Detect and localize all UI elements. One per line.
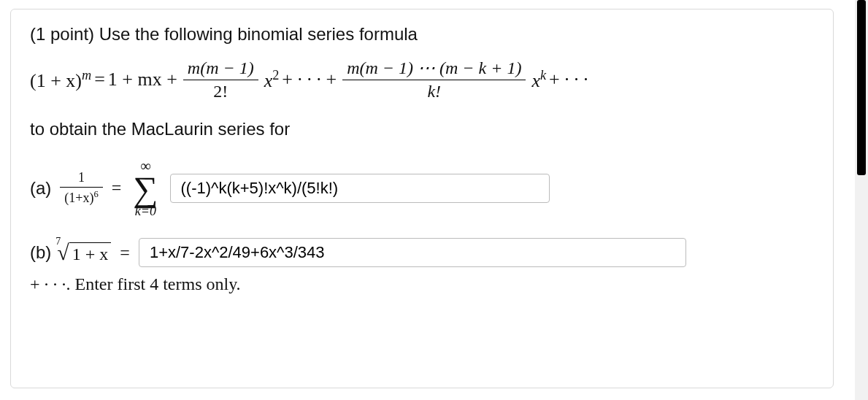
problem-card: (1 point) Use the following binomial ser… [10,9,834,388]
part-b-tail: + · · ·. Enter first 4 terms only. [30,274,814,294]
part-a-answer-input[interactable] [170,174,550,203]
intro-text: Use the following binomial series formul… [99,24,418,44]
part-a-lhs: 1 (1+x)6 [60,170,102,206]
scrollbar-thumb[interactable] [857,0,866,175]
part-b-row: (b) 7 √1 + x = [30,238,814,267]
points-label: (1 point) [30,24,94,44]
part-b-label: (b) [30,242,51,263]
intro-line: (1 point) Use the following binomial ser… [30,24,814,45]
frac-general-term: m(m − 1) ⋯ (m − k + 1) k! [342,58,526,101]
binomial-formula: (1 + x)m = 1 + mx + m(m − 1) 2! x2 + · ·… [30,58,814,101]
seventh-root: 7 √1 + x [57,240,111,266]
frac-m-m-1-over-2fact: m(m − 1) 2! [183,58,258,101]
summation-icon: ∞ ∑ k=0 [133,158,158,218]
part-b-answer-input[interactable] [139,238,686,267]
part-a-row: (a) 1 (1+x)6 = ∞ ∑ k=0 [30,158,814,218]
vertical-scrollbar[interactable] [855,0,868,400]
part-a-label: (a) [30,178,51,199]
lead-out: to obtain the MacLaurin series for [30,119,814,139]
